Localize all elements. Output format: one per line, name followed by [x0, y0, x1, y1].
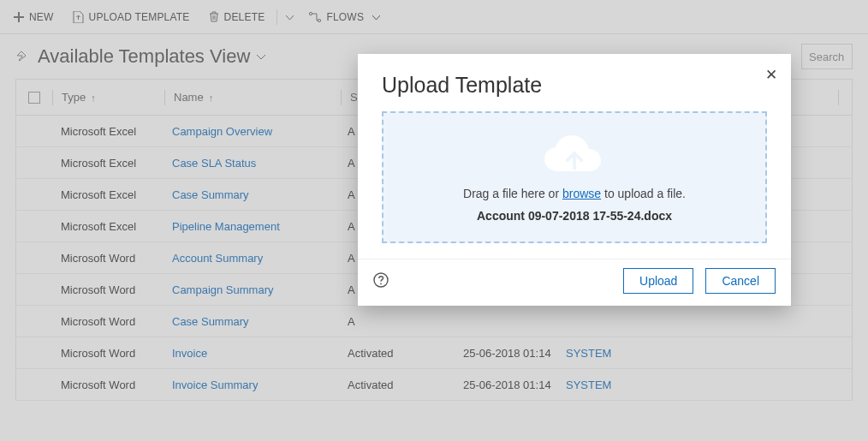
help-icon — [373, 272, 389, 288]
dialog-title: Upload Template — [382, 73, 767, 98]
close-icon: ✕ — [765, 67, 777, 83]
close-button[interactable]: ✕ — [765, 66, 777, 84]
cancel-button[interactable]: Cancel — [705, 268, 776, 294]
upload-button[interactable]: Upload — [623, 268, 693, 294]
help-button[interactable] — [373, 272, 389, 290]
dropzone-prefix: Drag a file here or — [463, 187, 562, 200]
cloud-upload-icon — [541, 134, 608, 178]
svg-point-3 — [380, 283, 382, 284]
selected-file-name: Account 09-07-2018 17-55-24.docx — [397, 209, 752, 223]
file-dropzone[interactable]: Drag a file here or browse to upload a f… — [382, 111, 767, 243]
upload-template-dialog: ✕ Upload Template Drag a file here or br… — [358, 54, 791, 306]
browse-link[interactable]: browse — [562, 187, 601, 200]
dropzone-suffix: to upload a file. — [601, 187, 686, 200]
dialog-footer: Upload Cancel — [358, 259, 791, 306]
dropzone-text: Drag a file here or browse to upload a f… — [397, 187, 752, 200]
